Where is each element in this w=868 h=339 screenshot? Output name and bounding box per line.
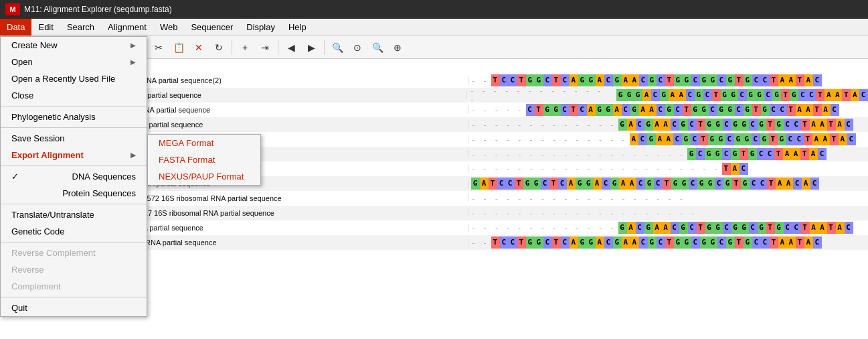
nucleotide: A (596, 74, 604, 86)
nucleotide: G (523, 178, 532, 190)
toolbar-sep3 (278, 40, 278, 55)
toolbar-prev-btn[interactable]: ◀ (282, 39, 300, 56)
toolbar-zoom-in-btn[interactable]: 🔍 (328, 39, 347, 56)
menu-edit[interactable]: Edit (31, 19, 60, 36)
toolbar-cut-btn[interactable]: ✂ (149, 39, 168, 56)
nucleotide: A (642, 89, 651, 101)
nucleotide: G (596, 104, 604, 116)
nucleotide: G (535, 74, 543, 86)
nucleotide: C (651, 89, 660, 101)
nucleotide: T (491, 74, 500, 86)
menu-search[interactable]: Search (60, 19, 101, 36)
nucleotide: C (784, 222, 792, 234)
nucleotide: T (796, 74, 804, 86)
nucleotide: A (570, 74, 578, 86)
nucleotide: C (526, 104, 535, 116)
nucleotide: G (723, 178, 732, 190)
nucleotide: C (818, 148, 827, 160)
toolbar-search-btn[interactable]: ⊕ (388, 39, 407, 56)
menu-reverse-complement: Reverse Complement (1, 245, 147, 261)
nucleotide: A (593, 178, 602, 190)
menu-export-alignment[interactable]: Export Alignment ▶ (1, 147, 147, 163)
nucleotide: G (775, 222, 784, 234)
nucleotide: A (812, 133, 821, 145)
toolbar-export-btn[interactable]: ⇥ (256, 39, 274, 56)
nucleotide: A (776, 178, 784, 190)
sequence-data: - -TCCTGGCTCAGGACGAACGCTGGCGGCGTGCCTAATA… (468, 236, 822, 249)
menu-protein-sequences[interactable]: Protein Sequences (1, 185, 147, 202)
toolbar-sep4 (324, 40, 325, 55)
title-bar: M M11: Alignment Explorer (seqdump.fasta… (0, 0, 868, 19)
menu-sequencer[interactable]: Sequencer (184, 19, 240, 36)
nucleotide: A (792, 148, 800, 160)
menu-genetic-code[interactable]: Genetic Code (1, 223, 147, 240)
toolbar-paste-btn[interactable]: 📋 (169, 39, 188, 56)
nucleotide: G (709, 236, 717, 249)
menu-help[interactable]: Help (282, 19, 313, 36)
nucleotide: C (723, 222, 731, 234)
nucleotide: A (653, 119, 662, 131)
nucleotide: G (576, 178, 584, 190)
menu-display[interactable]: Display (240, 19, 282, 36)
nucleotide: T (515, 178, 523, 190)
toolbar-next-btn[interactable]: ▶ (302, 39, 321, 56)
nucleotide: A (839, 133, 847, 145)
menu-open-recently[interactable]: Open a Recently Used File (1, 70, 147, 87)
open-arrow: ▶ (131, 58, 136, 66)
nucleotide: G (647, 133, 656, 145)
nucleotide: G (552, 104, 561, 116)
nucleotide: G (740, 119, 749, 131)
nucleotide: C (497, 178, 506, 190)
menu-create-new[interactable]: Create New ▶ (1, 37, 147, 54)
menu-save-session[interactable]: Save Session (1, 130, 147, 147)
menu-translate[interactable]: Translate/Untranslate (1, 206, 147, 223)
nucleotide: T (827, 119, 836, 131)
nucleotide: G (630, 104, 639, 116)
nucleotide: C (717, 236, 726, 249)
toolbar-zoom-out-btn[interactable]: 🔍 (368, 39, 387, 56)
nucleotide: G (761, 104, 770, 116)
nucleotide: G (705, 148, 713, 160)
nucleotide: C (740, 163, 748, 175)
menu-alignment[interactable]: Alignment (101, 19, 153, 36)
nucleotide: G (726, 74, 735, 86)
nucleotide: G (644, 119, 653, 131)
nucleotide: C (688, 119, 697, 131)
toolbar-zoom-fit-btn[interactable]: ⊙ (348, 39, 367, 56)
menu-bar: Data Edit Search Alignment Web Sequencer… (0, 19, 868, 36)
toolbar-plus-btn[interactable]: + (236, 39, 254, 56)
nucleotide: C (604, 74, 613, 86)
menu-close[interactable]: Close (1, 87, 147, 104)
sep2 (1, 127, 147, 128)
toolbar-refresh-btn[interactable]: ↻ (209, 39, 228, 56)
nucleotide: C (735, 104, 744, 116)
nucleotide: A (810, 222, 818, 234)
toolbar-delete-btn[interactable]: ✕ (189, 39, 208, 56)
nucleotide: G (613, 74, 622, 86)
menu-quit[interactable]: Quit (1, 299, 147, 316)
nucleotide: T (827, 222, 836, 234)
nucleotide: T (801, 119, 810, 131)
nucleotide: G (741, 178, 750, 190)
menu-dna-sequences[interactable]: ✓ DNA Sequences (1, 168, 147, 185)
nucleotide: C (749, 119, 758, 131)
menu-open[interactable]: Open ▶ (1, 54, 147, 70)
menu-phylogenetic[interactable]: Phylogenetic Analysis (1, 109, 147, 125)
create-new-arrow: ▶ (131, 42, 136, 49)
nucleotide: G (679, 222, 688, 234)
nucleotide: A (802, 178, 810, 190)
nucleotide: C (795, 133, 804, 145)
nucleotide: G (526, 74, 535, 86)
nucleotide: C (604, 236, 613, 249)
nucleotide: T (801, 222, 810, 234)
nucleotide: C (509, 74, 517, 86)
nucleotide: A (622, 74, 630, 86)
nucleotide: G (705, 222, 714, 234)
nucleotide: C (761, 236, 770, 249)
menu-data[interactable]: Data (0, 19, 31, 36)
menu-web[interactable]: Web (153, 19, 185, 36)
sep6 (1, 297, 147, 297)
nucleotide: G (700, 74, 709, 86)
nucleotide: C (738, 89, 747, 101)
nucleotide: T (766, 119, 775, 131)
